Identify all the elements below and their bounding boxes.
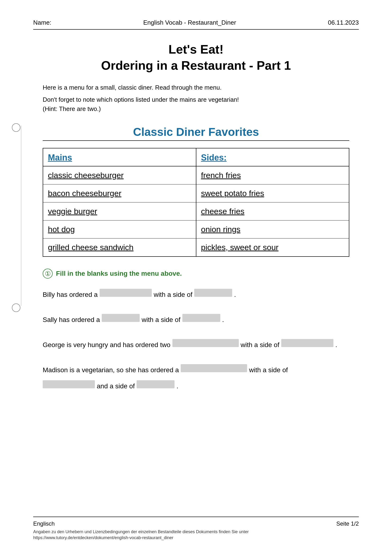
footer-subject: Englisch bbox=[33, 520, 55, 527]
sides-item-5: pickles, sweet or sour bbox=[196, 239, 349, 256]
menu-table-wrapper: Mains classic cheeseburger bacon cheeseb… bbox=[43, 148, 349, 257]
menu-title-divider bbox=[43, 140, 349, 141]
intro-section: Here is a menu for a small, classic dine… bbox=[33, 83, 359, 114]
sides-column: Sides: french fries sweet potato fries c… bbox=[196, 148, 349, 256]
billy-period: . bbox=[234, 288, 236, 301]
sally-text-before: Sally has ordered a bbox=[43, 313, 100, 327]
footer-page: Seite 1/2 bbox=[336, 520, 359, 527]
madison-line2: and a side of . bbox=[43, 380, 349, 393]
george-blank-main[interactable] bbox=[172, 339, 239, 347]
madison-period: . bbox=[177, 380, 178, 393]
madison-blank-side1[interactable] bbox=[43, 380, 95, 388]
mains-header: Mains bbox=[43, 148, 196, 167]
sentence-george: George is very hungry and has ordered tw… bbox=[43, 338, 349, 351]
sides-header: Sides: bbox=[196, 148, 349, 167]
subtitle: Ordering in a Restaurant - Part 1 bbox=[33, 58, 359, 74]
margin-line bbox=[21, 126, 21, 306]
exercise-instruction: Fill in the blanks using the menu above. bbox=[56, 270, 182, 278]
exercise-header: ① Fill in the blanks using the menu abov… bbox=[43, 269, 349, 278]
madison-text-mid: with a side of bbox=[249, 364, 288, 377]
sides-item-2: sweet potato fries bbox=[196, 184, 349, 203]
madison-blank-side2[interactable] bbox=[137, 380, 175, 388]
mains-item-5: grilled cheese sandwich bbox=[43, 239, 196, 256]
footer-attribution: Angaben zu den Urhebern und Lizenzbeding… bbox=[33, 529, 359, 541]
header-divider bbox=[33, 29, 359, 30]
header-doc-title: English Vocab - Restaurant_Diner bbox=[143, 19, 236, 26]
exercise-section: ① Fill in the blanks using the menu abov… bbox=[43, 269, 349, 393]
page: Name: English Vocab - Restaurant_Diner 0… bbox=[0, 0, 392, 555]
madison-text-before: Madison is a vegetarian, so she has orde… bbox=[43, 364, 179, 377]
sentence-sally: Sally has ordered a with a side of . bbox=[43, 313, 349, 327]
footer-main: Englisch Seite 1/2 bbox=[33, 520, 359, 527]
sally-text-mid: with a side of bbox=[141, 313, 180, 327]
sides-item-1: french fries bbox=[196, 167, 349, 184]
margin-circle-bottom bbox=[12, 303, 20, 312]
margin-circle-top bbox=[12, 123, 20, 132]
madison-blank-main[interactable] bbox=[181, 364, 247, 372]
billy-blank-main[interactable] bbox=[100, 289, 152, 297]
intro-line2: Don't forget to note which options liste… bbox=[43, 95, 359, 114]
billy-blank-side[interactable] bbox=[194, 289, 232, 297]
menu-table: Mains classic cheeseburger bacon cheeseb… bbox=[43, 148, 349, 257]
sally-blank-main[interactable] bbox=[102, 314, 140, 322]
header-name-label: Name: bbox=[33, 19, 52, 26]
sally-period: . bbox=[222, 313, 224, 327]
footer: Englisch Seite 1/2 Angaben zu den Urhebe… bbox=[33, 517, 359, 541]
mains-item-3: veggie burger bbox=[43, 203, 196, 220]
billy-text-before: Billy has ordered a bbox=[43, 288, 98, 301]
title-section: Let's Eat! Ordering in a Restaurant - Pa… bbox=[33, 42, 359, 73]
george-blank-side[interactable] bbox=[281, 339, 333, 347]
george-text-before: George is very hungry and has ordered tw… bbox=[43, 338, 170, 351]
sentence-billy: Billy has ordered a with a side of . bbox=[43, 288, 349, 301]
madison-and: and a side of bbox=[97, 380, 135, 393]
intro-line1: Here is a menu for a small, classic dine… bbox=[43, 83, 359, 92]
main-title: Let's Eat! bbox=[33, 42, 359, 58]
sides-item-4: onion rings bbox=[196, 220, 349, 239]
sally-blank-side[interactable] bbox=[182, 314, 220, 322]
sides-item-3: cheese fries bbox=[196, 203, 349, 220]
mains-column: Mains classic cheeseburger bacon cheeseb… bbox=[43, 148, 196, 256]
header: Name: English Vocab - Restaurant_Diner 0… bbox=[33, 19, 359, 26]
sentence-madison: Madison is a vegetarian, so she has orde… bbox=[43, 364, 349, 393]
footer-divider bbox=[33, 517, 359, 517]
exercise-number: ① bbox=[43, 269, 53, 278]
header-date: 06.11.2023 bbox=[328, 19, 359, 26]
billy-text-mid: with a side of bbox=[154, 288, 192, 301]
george-text-mid: with a side of bbox=[241, 338, 279, 351]
mains-item-1: classic cheeseburger bbox=[43, 167, 196, 184]
madison-line1: Madison is a vegetarian, so she has orde… bbox=[43, 364, 349, 377]
mains-item-4: hot dog bbox=[43, 220, 196, 239]
george-period: . bbox=[335, 338, 337, 351]
mains-item-2: bacon cheeseburger bbox=[43, 184, 196, 203]
menu-section-title: Classic Diner Favorites bbox=[33, 125, 359, 139]
